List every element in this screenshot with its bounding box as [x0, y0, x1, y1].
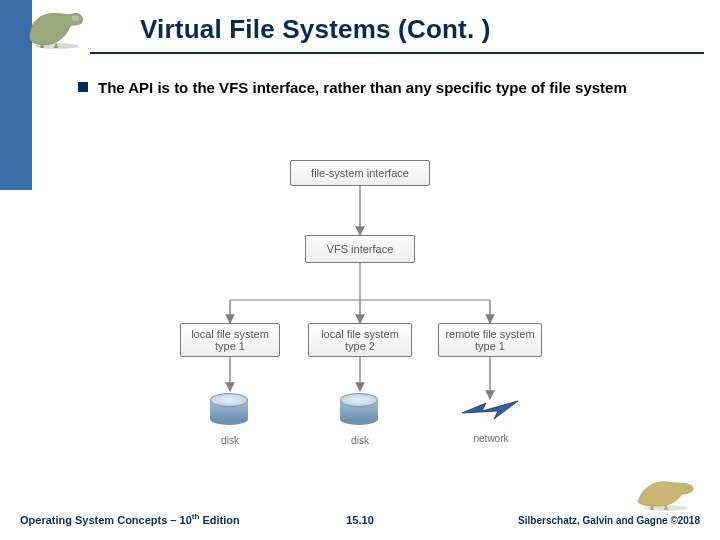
- box-local-fs-1: local file systemtype 1: [180, 323, 280, 357]
- disk-label-2: disk: [332, 435, 388, 446]
- bullet-row: The API is to the VFS interface, rather …: [78, 78, 680, 98]
- slide-root: Virtual File Systems (Cont. ) The API is…: [0, 0, 720, 540]
- bullet-text: The API is to the VFS interface, rather …: [98, 78, 627, 98]
- title-underline: [90, 52, 704, 54]
- bullet-square-icon: [78, 82, 88, 92]
- slide-title: Virtual File Systems (Cont. ): [90, 14, 700, 45]
- box-local-fs-2: local file systemtype 2: [308, 323, 412, 357]
- box-local-fs-1-label: local file systemtype 1: [191, 328, 269, 352]
- disk-icon-2: [338, 391, 380, 433]
- box-file-system-interface: file-system interface: [290, 160, 430, 186]
- dinosaur-top-icon: [22, 6, 92, 54]
- footer-copyright: Silberschatz, Galvin and Gagne ©2018: [518, 515, 700, 526]
- disk-icon-1: [208, 391, 250, 433]
- box-vfs-interface: VFS interface: [305, 235, 415, 263]
- box-file-system-interface-label: file-system interface: [311, 167, 409, 179]
- box-remote-fs-1: remote file systemtype 1: [438, 323, 542, 357]
- network-icon: [460, 397, 520, 429]
- disk-label-1: disk: [202, 435, 258, 446]
- box-remote-fs-1-label: remote file systemtype 1: [445, 328, 534, 352]
- title-row: Virtual File Systems (Cont. ): [90, 14, 700, 45]
- network-label: network: [456, 433, 526, 444]
- box-vfs-interface-label: VFS interface: [327, 243, 394, 255]
- vfs-diagram: file-system interface VFS interface loca…: [160, 155, 560, 455]
- footer: Operating System Concepts – 10th Edition…: [0, 500, 720, 530]
- box-local-fs-2-label: local file systemtype 2: [321, 328, 399, 352]
